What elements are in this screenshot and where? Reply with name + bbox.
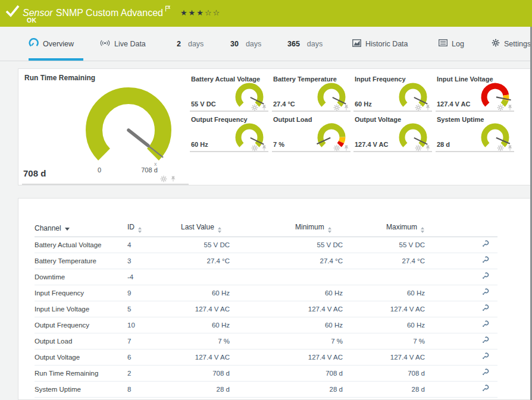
priority-stars[interactable]: ★★★☆☆ [180,8,221,17]
gear-icon[interactable] [251,144,258,152]
channel-last-value: 28 d [181,381,230,397]
gear-icon[interactable] [160,175,167,182]
pin-icon[interactable] [343,144,350,152]
channel-minimum: 708 d [295,365,343,381]
gear-icon[interactable] [497,144,504,152]
gauge-cell: Output Frequency60 Hz [190,114,268,152]
channel-minimum: 60 Hz [295,317,343,333]
column-header-id[interactable]: ID [127,220,181,237]
channel-settings-icon[interactable] [481,256,489,264]
column-header-channel[interactable]: Channel [35,220,127,237]
tab-overview[interactable]: Overview [29,27,74,61]
channel-last-value: 127.4 V AC [181,349,230,365]
channel-last-value: 7 % [181,333,230,349]
priority-flag-icon[interactable] [165,4,171,14]
channel-settings-icon[interactable] [481,352,489,360]
channel-maximum: 60 Hz [386,317,425,333]
channel-id: 9 [127,285,181,301]
tab-30-days[interactable]: 30days [230,27,261,61]
table-row[interactable]: Output Voltage6127.4 V AC127.4 V AC127.4… [35,349,497,365]
gear-icon[interactable] [251,104,258,111]
pin-icon[interactable] [170,175,177,182]
gear-icon [492,39,500,49]
pin-icon[interactable] [506,144,514,152]
gear-icon[interactable] [333,104,340,111]
tab-2-days[interactable]: 2days [177,27,204,61]
gear-icon[interactable] [415,144,422,152]
column-header-maximum[interactable]: Maximum [386,220,425,237]
channel-last-value: 27.4 °C [181,253,230,269]
channel-settings-icon[interactable] [481,304,489,312]
channel-minimum: 60 Hz [295,285,343,301]
channel-name[interactable]: Output Frequency [35,317,127,333]
table-row[interactable]: Output Load77 %7 %7 % [35,333,497,349]
table-row[interactable]: System Uptime828 d28 d28 d [35,381,497,397]
channel-settings-icon[interactable] [481,336,489,344]
table-row[interactable]: Downtime-4 [35,269,497,285]
channel-last-value: 60 Hz [181,317,230,333]
table-row[interactable]: Battery Temperature327.4 °C27.4 °C27.4 °… [35,253,497,269]
table-header-row: Channel ID Last Value Minimum Maximum [35,220,497,237]
gauge-title: Output Voltage [355,116,401,123]
channel-maximum: 708 d [386,365,425,381]
channel-name[interactable]: Downtime [35,269,127,285]
pin-icon[interactable] [261,144,268,152]
table-row[interactable]: Battery Actual Voltage455 V DC55 V DC55 … [35,237,497,253]
channel-name[interactable]: Output Voltage [35,349,127,365]
gauge-cell: Output Voltage127.4 V AC [353,114,432,152]
channel-settings-icon[interactable] [481,368,489,376]
pin-icon[interactable] [424,104,431,111]
channel-settings-icon[interactable] [481,240,489,248]
sort-icon [328,227,331,233]
pin-icon[interactable] [506,104,514,111]
gear-icon[interactable] [333,144,340,152]
gear-icon[interactable] [497,104,504,111]
channel-id: 7 [127,333,181,349]
tab-settings[interactable]: Settings [492,27,531,61]
column-header-minimum[interactable]: Minimum [295,220,343,237]
tab-historic-data[interactable]: Historic Data [352,27,408,61]
sort-desc-icon [65,228,70,231]
gauge-cell: Input Frequency60 Hz [353,74,432,112]
channel-settings-icon[interactable] [481,385,489,392]
channel-table-body: Battery Actual Voltage455 V DC55 V DC55 … [35,237,497,397]
channel-name[interactable]: Run Time Remaining [35,365,127,381]
pin-icon[interactable] [261,104,268,111]
gauge-cell: Output Load7 % [272,114,351,152]
pin-icon[interactable] [343,104,350,111]
tab-log[interactable]: Log [439,27,464,61]
channel-name[interactable]: System Uptime [35,381,127,397]
channel-table: Channel ID Last Value Minimum Maximum Ba… [35,220,497,398]
sensor-header: SensorSNMP Custom Advanced ★★★☆☆ OK [0,0,532,27]
tab-live-data[interactable]: Live Data [100,27,146,61]
table-row[interactable]: Run Time Remaining2708 d708 d708 d [35,365,497,381]
channels-panel: Channel ID Last Value Minimum Maximum Ba… [18,198,532,400]
gauge-value: 7 % [273,141,284,148]
gauge-title: Input Frequency [355,75,406,83]
channel-name[interactable]: Battery Temperature [35,253,127,269]
channel-name[interactable]: Input Line Voltage [35,301,127,317]
channel-minimum: 55 V DC [295,237,343,253]
table-row[interactable]: Input Line Voltage5127.4 V AC127.4 V AC1… [35,301,497,317]
gear-icon[interactable] [415,104,422,111]
table-row[interactable]: Output Frequency1060 Hz60 Hz60 Hz [35,317,497,333]
channel-name[interactable]: Input Frequency [35,285,127,301]
gauge-cell: System Uptime28 d [436,114,514,152]
gauge-scale-max: 708 d [133,166,165,174]
channel-id: 6 [127,349,181,365]
channel-name[interactable]: Output Load [35,333,127,349]
channel-id: 3 [127,253,181,269]
pin-icon[interactable] [424,144,431,152]
channel-name[interactable]: Battery Actual Voltage [35,237,127,253]
channel-settings-icon[interactable] [481,288,489,296]
channel-id: 8 [127,381,181,397]
channel-settings-icon[interactable] [481,320,489,328]
gauge-value: 127.4 V AC [355,141,388,148]
column-header-last-value[interactable]: Last Value [181,220,230,237]
tab-365-days[interactable]: 365days [287,27,323,61]
channel-id: 2 [127,365,181,381]
channel-settings-icon[interactable] [481,272,489,280]
gauge-title: System Uptime [437,116,484,123]
gauge-title: Output Frequency [191,116,248,123]
table-row[interactable]: Input Frequency960 Hz60 Hz60 Hz [35,285,497,301]
